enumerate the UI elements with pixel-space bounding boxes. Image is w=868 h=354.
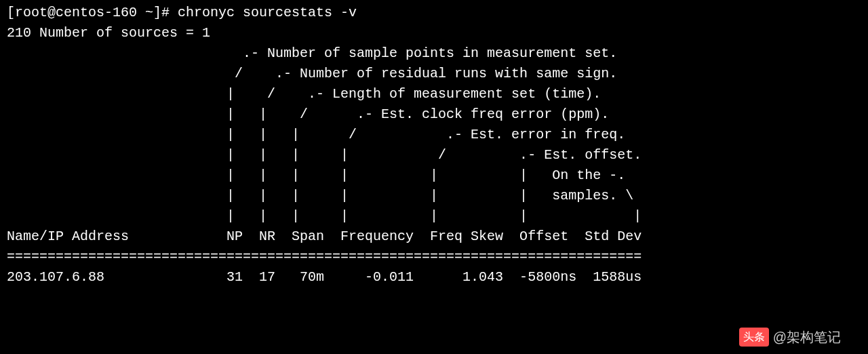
diagram-line-5: | | | / .- Est. error in freq. xyxy=(7,127,625,142)
separator-line: ========================================… xyxy=(7,249,642,264)
source-count-line: 210 Number of sources = 1 xyxy=(7,25,210,41)
shell-prompt: [root@centos-160 ~]# xyxy=(7,5,178,20)
watermark-badge-icon: 头条 xyxy=(739,328,769,347)
diagram-line-9: | | | | | | | xyxy=(7,208,642,224)
diagram-line-4: | | / .- Est. clock freq error (ppm). xyxy=(7,106,609,122)
diagram-line-6: | | | | / .- Est. offset. xyxy=(7,147,642,163)
diagram-line-7: | | | | | | On the -. xyxy=(7,168,625,183)
diagram-line-1: .- Number of sample points in measuremen… xyxy=(7,45,617,61)
diagram-line-2: / .- Number of residual runs with same s… xyxy=(7,66,617,81)
diagram-line-8: | | | | | | samples. \ xyxy=(7,188,633,203)
column-headers: Name/IP Address NP NR Span Frequency Fre… xyxy=(7,229,642,244)
command-text: chronyc sourcestats -v xyxy=(178,5,357,20)
diagram-line-3: | / .- Length of measurement set (time). xyxy=(7,86,601,102)
data-row: 203.107.6.88 31 17 70m -0.011 1.043 -580… xyxy=(7,269,642,285)
watermark: 头条 @架构笔记 xyxy=(739,327,841,347)
watermark-text: @架构笔记 xyxy=(773,327,841,347)
terminal-output: [root@centos-160 ~]# chronyc sourcestats… xyxy=(0,0,868,290)
